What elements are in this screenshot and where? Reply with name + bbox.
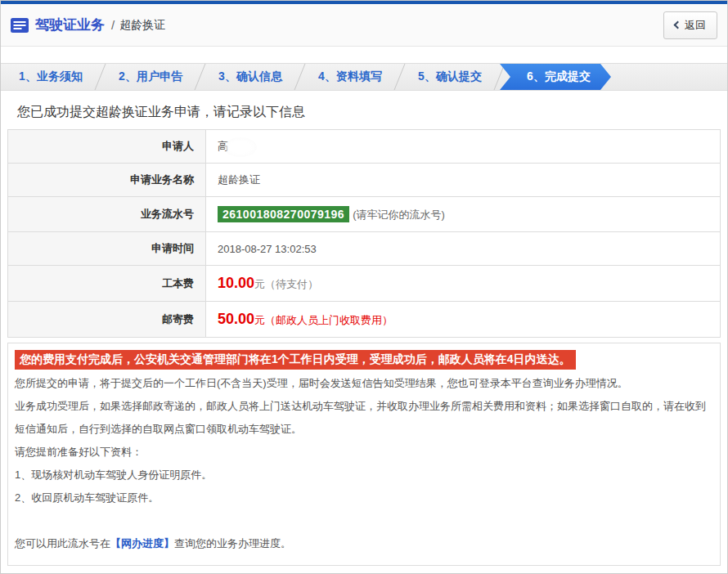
page: 驾驶证业务 / 超龄换证 返回 1、业务须知 2、用户申告 3、确认信息 4、资…: [0, 0, 728, 574]
progress-suffix: 查询您的业务办理进度。: [174, 537, 291, 549]
application-info-table: 申请人 高 申请业务名称 超龄换证 业务流水号 2610018082700791…: [7, 129, 721, 338]
postage-fee-note: 元（邮政人员上门收取费用）: [254, 314, 393, 326]
progress-query-line: 您可以用此流水号在【网办进度】查询您的业务办理进度。: [15, 532, 713, 555]
chevron-left-icon: [674, 21, 682, 29]
row-label: 申请人: [8, 130, 206, 164]
table-row-business-name: 申请业务名称 超龄换证: [8, 164, 721, 197]
payment-deadline-banner: 您的费用支付完成后，公安机关交通管理部门将在1个工作日内受理，受理成功后，邮政人…: [15, 350, 576, 370]
row-label: 邮寄费: [8, 302, 206, 338]
step-progress-bar: 1、业务须知 2、用户申告 3、确认信息 4、资料填写 5、确认提交 6、完成提…: [1, 63, 727, 91]
production-fee-amount: 10.00: [218, 275, 254, 291]
step-label: 3、确认信息: [218, 70, 282, 84]
step-label: 5、确认提交: [418, 70, 482, 84]
table-row-applicant: 申请人 高: [8, 130, 721, 164]
serial-number-badge: 261001808270079196: [218, 206, 349, 222]
row-label: 业务流水号: [8, 197, 206, 232]
table-row-production-fee: 工本费 10.00元（待支付）: [8, 266, 721, 302]
breadcrumb-separator: /: [111, 18, 115, 32]
row-label: 工本费: [8, 266, 206, 302]
online-progress-link[interactable]: 【网办进度】: [110, 537, 174, 549]
table-row-apply-time: 申请时间 2018-08-27 13:02:53: [8, 232, 721, 266]
step-2-user-declaration: 2、用户申告: [101, 64, 200, 90]
business-name-value: 超龄换证: [206, 164, 721, 197]
header-back-button[interactable]: 返回: [663, 11, 717, 39]
spacer: [1, 47, 727, 63]
step-4-fill-materials: 4、资料填写: [300, 64, 400, 90]
notice-paragraph-1: 您所提交的申请，将于提交后的一个工作日(不含当天)受理，届时会发送短信告知受理结…: [15, 372, 713, 395]
stepbar-filler: [611, 64, 727, 90]
header: 驾驶证业务 / 超龄换证 返回: [1, 4, 727, 47]
production-fee-note: 元（待支付）: [254, 278, 318, 290]
page-title: 驾驶证业务: [35, 16, 105, 34]
table-row-serial-number: 业务流水号 261001808270079196(请牢记你的流水号): [8, 197, 721, 232]
redaction-blur: [224, 137, 257, 157]
step-label: 4、资料填写: [318, 70, 382, 84]
step-5-confirm-submit: 5、确认提交: [400, 64, 500, 90]
notice-box: 您的费用支付完成后，公安机关交通管理部门将在1个工作日内受理，受理成功后，邮政人…: [7, 343, 721, 566]
step-1-business-notice: 1、业务须知: [1, 64, 101, 90]
step-label: 2、用户申告: [119, 70, 182, 84]
progress-prefix: 您可以用此流水号在: [15, 537, 110, 549]
step-3-confirm-info: 3、确认信息: [200, 64, 300, 90]
breadcrumb-current: 超龄换证: [119, 18, 165, 33]
step-6-complete-submit-active: 6、完成提交: [500, 64, 611, 90]
step-label: 1、业务须知: [19, 70, 83, 84]
step-label: 6、完成提交: [527, 70, 591, 84]
list-icon: [11, 18, 29, 33]
notice-list-item-2: 2、收回原机动车驾驶证原件。: [15, 487, 713, 509]
table-row-postage-fee: 邮寄费 50.00元（邮政人员上门收取费用）: [8, 302, 721, 338]
row-label: 申请业务名称: [8, 164, 206, 197]
row-label: 申请时间: [8, 232, 206, 266]
apply-time-value: 2018-08-27 13:02:53: [206, 232, 721, 266]
serial-number-note: (请牢记你的流水号): [353, 209, 445, 221]
postage-fee-amount: 50.00: [218, 311, 254, 327]
notice-paragraph-3: 请您提前准备好以下资料：: [15, 441, 713, 464]
success-message: 您已成功提交超龄换证业务申请，请记录以下信息: [17, 104, 727, 121]
notice-list-item-1: 1、现场核对机动车驾驶人身份证明原件。: [15, 464, 713, 487]
header-back-label: 返回: [685, 18, 706, 33]
notice-paragraph-2: 业务成功受理后，如果选择邮政寄递的，邮政人员将上门送达机动车驾驶证，并收取办理业…: [15, 395, 713, 441]
